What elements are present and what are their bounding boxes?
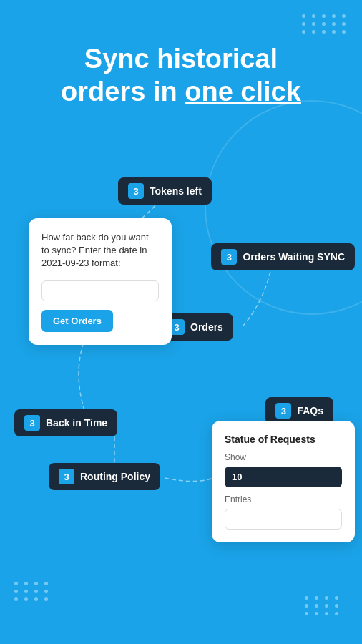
show-label: Show — [225, 452, 342, 462]
entries-input[interactable] — [225, 509, 342, 530]
status-card-title: Statue of Requests — [225, 434, 342, 445]
hero-title: Sync historical orders in one click — [0, 43, 362, 108]
tokens-left-number: 3 — [128, 183, 144, 199]
faqs-label: FAQs — [297, 405, 323, 416]
dots-top-right — [302, 14, 348, 34]
get-orders-button[interactable]: Get Orders — [41, 310, 113, 332]
entries-label: Entries — [225, 494, 342, 504]
date-input[interactable] — [41, 280, 159, 301]
back-in-time-number: 3 — [24, 415, 40, 431]
entries-select[interactable]: 10 25 50 100 — [225, 467, 342, 487]
back-in-time-chip: 3 Back in Time — [14, 409, 117, 436]
get-orders-text: How far back do you want to sync? Enter … — [41, 231, 159, 270]
routing-policy-chip: 3 Routing Policy — [49, 463, 160, 490]
orders-label: Orders — [190, 321, 223, 333]
orders-waiting-chip: 3 Orders Waiting SYNC — [211, 243, 355, 270]
status-requests-card: Statue of Requests Show 10 25 50 100 Ent… — [212, 421, 355, 542]
dots-bottom-left — [14, 582, 50, 601]
faqs-number: 3 — [275, 403, 291, 419]
tokens-left-label: Tokens left — [150, 185, 202, 197]
routing-policy-number: 3 — [59, 469, 74, 484]
bg-circle — [205, 100, 362, 315]
orders-waiting-number: 3 — [221, 249, 237, 265]
orders-waiting-label: Orders Waiting SYNC — [243, 251, 345, 263]
routing-policy-label: Routing Policy — [80, 471, 150, 482]
tokens-left-chip: 3 Tokens left — [118, 177, 212, 205]
dots-bottom-right — [305, 596, 341, 615]
back-in-time-label: Back in Time — [46, 417, 107, 429]
get-orders-card: How far back do you want to sync? Enter … — [29, 218, 172, 345]
